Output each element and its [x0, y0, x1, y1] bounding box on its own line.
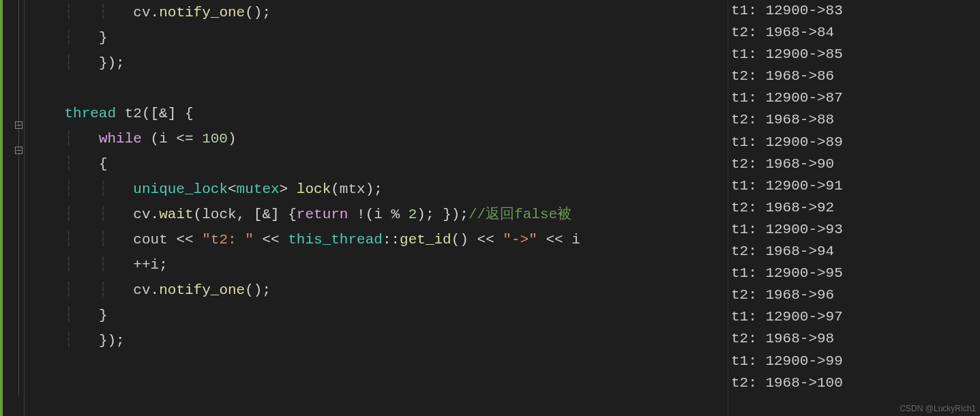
code-line[interactable]: ┆ {: [30, 151, 728, 177]
output-line: t1: 12900->87: [731, 87, 980, 109]
output-line: t1: 12900->95: [731, 263, 980, 284]
output-line: t1: 12900->93: [731, 219, 980, 241]
output-line: t2: 1968->100: [731, 372, 980, 394]
code-editor[interactable]: ┆ ┆ cv.notify_one(); ┆ } ┆ }); thread t2…: [0, 0, 728, 416]
output-line: t2: 1968->90: [731, 153, 980, 175]
output-line: t2: 1968->92: [731, 197, 980, 219]
code-line[interactable]: ┆ }: [30, 303, 728, 328]
output-line: t2: 1968->94: [731, 241, 980, 263]
editor-gutter: [3, 0, 25, 416]
fold-toggle-icon[interactable]: [15, 121, 23, 129]
code-line[interactable]: ┆ ┆ cv.notify_one();: [30, 278, 728, 303]
output-line: t2: 1968->86: [731, 65, 980, 87]
code-line[interactable]: ┆ }: [30, 25, 728, 50]
output-line: t1: 12900->83: [731, 0, 980, 22]
code-line[interactable]: ┆ ┆ ++i;: [30, 252, 728, 278]
output-line: t1: 12900->97: [731, 306, 980, 328]
code-line[interactable]: ┆ });: [30, 328, 728, 353]
output-line: t1: 12900->85: [731, 44, 980, 65]
output-panel: t1: 12900->83t2: 1968->84t1: 12900->85t2…: [728, 0, 980, 416]
code-line[interactable]: ┆ ┆ cout << "t2: " << this_thread::get_i…: [30, 227, 728, 252]
code-line[interactable]: thread t2([&] {: [30, 101, 728, 126]
output-line: t2: 1968->88: [731, 109, 980, 131]
code-line[interactable]: ┆ ┆ cv.wait(lock, [&] {return !(i % 2); …: [30, 202, 728, 227]
output-line: t2: 1968->96: [731, 284, 980, 306]
code-line[interactable]: [30, 76, 728, 101]
code-line[interactable]: ┆ });: [30, 50, 728, 76]
code-content[interactable]: ┆ ┆ cv.notify_one(); ┆ } ┆ }); thread t2…: [25, 0, 728, 416]
output-line: t1: 12900->91: [731, 175, 980, 197]
output-line: t1: 12900->99: [731, 351, 980, 372]
output-line: t1: 12900->89: [731, 132, 980, 153]
output-line: t2: 1968->84: [731, 22, 980, 44]
code-line[interactable]: ┆ ┆ unique_lock<mutex> lock(mtx);: [30, 177, 728, 202]
output-line: t2: 1968->98: [731, 328, 980, 350]
code-line[interactable]: ┆ while (i <= 100): [30, 126, 728, 151]
code-line[interactable]: [30, 353, 728, 378]
fold-guide-line: [18, 0, 19, 396]
fold-toggle-icon[interactable]: [15, 147, 23, 154]
code-line[interactable]: ┆ ┆ cv.notify_one();: [30, 0, 728, 25]
watermark: CSDN @LuckyRich1: [900, 404, 976, 413]
